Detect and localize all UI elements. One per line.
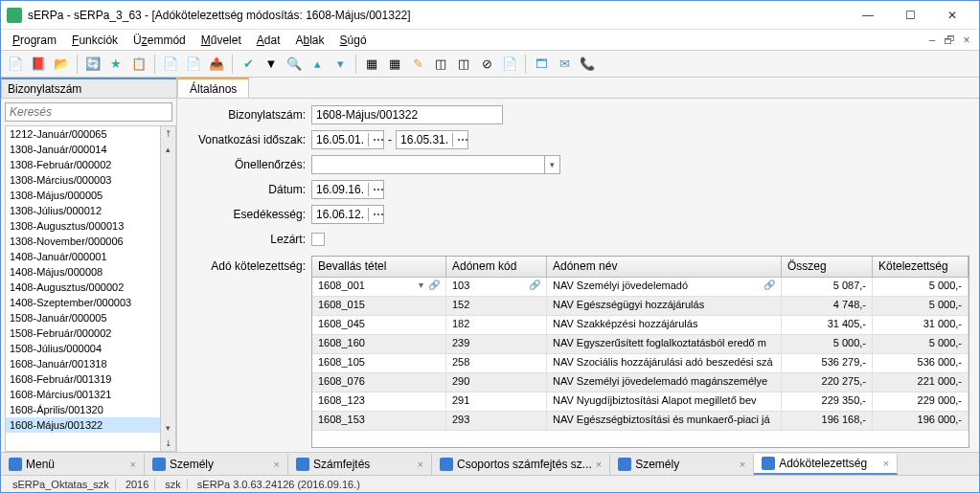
scroll-bottom-icon[interactable]: ⤓ [161, 436, 175, 451]
tb-mail-icon[interactable]: ✉ [554, 54, 575, 75]
field-date-from[interactable]: 16.05.01.⋯ [311, 130, 384, 149]
tb-export-icon[interactable]: 📤 [206, 54, 227, 75]
task-close-icon[interactable]: × [130, 459, 136, 470]
list-item[interactable]: 1308-November/000006 [6, 234, 160, 249]
gh-osszeg[interactable]: Összeg [782, 257, 873, 277]
menu-adat[interactable]: Adat [249, 32, 288, 49]
tb-filter-icon[interactable]: ▼ [261, 54, 282, 75]
date-to-picker-icon[interactable]: ⋯ [452, 133, 467, 146]
tb-doc2-icon[interactable]: 📄 [183, 54, 204, 75]
menu-muvelet[interactable]: Művelet [194, 32, 249, 49]
gh-adonemnev[interactable]: Adónem név [547, 257, 782, 277]
document-list[interactable]: 1212-Január/0000651308-Január/0000141308… [5, 125, 161, 452]
menu-uzemmod[interactable]: Üzemmód [125, 32, 194, 49]
tb-phone-icon[interactable]: 📞 [577, 54, 598, 75]
tb-check-icon[interactable]: ✔ [238, 54, 259, 75]
task-tab[interactable]: Adókötelezettség× [754, 454, 898, 475]
menu-ablak[interactable]: Ablak [287, 32, 331, 49]
attach-icon[interactable]: 🔗 [529, 280, 540, 290]
checkbox-lezart[interactable] [311, 233, 325, 246]
list-item[interactable]: 1308-Május/000005 [6, 188, 160, 203]
mdi-minimize-icon[interactable]: – [923, 34, 941, 47]
task-tab[interactable]: Személy× [610, 454, 754, 475]
task-tab[interactable]: Személy× [145, 454, 288, 475]
list-item[interactable]: 1608-Április/001320 [6, 402, 160, 417]
tb-edit-icon[interactable]: ✎ [407, 54, 428, 75]
tb-window-icon[interactable]: 🗔 [531, 54, 552, 75]
dropdown-icon[interactable]: ▾ [544, 156, 559, 173]
tb-search-icon[interactable]: 🔍 [284, 54, 305, 75]
date-from-picker-icon[interactable]: ⋯ [368, 133, 383, 146]
list-item[interactable]: 1308-Augusztus/000013 [6, 218, 160, 234]
list-item[interactable]: 1212-Január/000065 [6, 126, 160, 142]
table-row[interactable]: 1608_153293NAV Egészségbiztosítási és mu… [312, 412, 969, 431]
scroll-top-icon[interactable]: ⤒ [161, 126, 175, 142]
tb-copy-icon[interactable]: 📋 [128, 54, 149, 75]
tb-grid1-icon[interactable]: ▦ [361, 54, 382, 75]
task-close-icon[interactable]: × [596, 459, 602, 470]
esedek-picker-icon[interactable]: ⋯ [368, 208, 383, 221]
tb-grid2-icon[interactable]: ▦ [384, 54, 405, 75]
scroll-down-icon[interactable]: ▾ [161, 420, 175, 436]
tb-open-icon[interactable]: 📂 [51, 54, 72, 75]
list-scrollbar[interactable]: ⤒ ▴ ▾ ⤓ [161, 125, 176, 452]
scroll-up-icon[interactable]: ▴ [161, 142, 175, 157]
task-close-icon[interactable]: × [740, 459, 745, 470]
gh-kotelezettseg[interactable]: Kötelezettség [873, 257, 969, 277]
list-item[interactable]: 1508-Január/000005 [6, 310, 160, 325]
list-item[interactable]: 1608-Március/001321 [6, 387, 160, 402]
table-row[interactable]: 1608_076290NAV Személyi jövedelemadó mag… [312, 373, 969, 392]
tb-down-icon[interactable]: ▾ [330, 54, 351, 75]
tb-up-icon[interactable]: ▴ [307, 54, 328, 75]
list-item[interactable]: 1308-Február/000002 [6, 157, 160, 172]
menu-program[interactable]: Program [5, 32, 64, 49]
list-item[interactable]: 1608-Február/001319 [6, 371, 160, 387]
datum-picker-icon[interactable]: ⋯ [368, 183, 383, 196]
task-close-icon[interactable]: × [274, 459, 280, 470]
list-item[interactable]: 1308-Március/000003 [6, 172, 160, 188]
task-tab[interactable]: Számfejtés× [288, 454, 432, 475]
tb-save-icon[interactable]: 📕 [28, 54, 49, 75]
grid-body[interactable]: 1608_001🔗▾103🔗NAV Személyi jövedelemadó🔗… [312, 278, 969, 447]
tax-grid[interactable]: Bevallás tétel Adónem kód Adónem név Öss… [311, 256, 969, 448]
tb-circle-icon[interactable]: ⊘ [476, 54, 497, 75]
list-item[interactable]: 1308-Július/000012 [6, 203, 160, 218]
attach-icon[interactable]: 🔗 [428, 280, 440, 290]
list-item[interactable]: 1608-Május/001322 [6, 417, 160, 433]
table-row[interactable]: 1608_045182NAV Szakképzési hozzájárulás3… [312, 316, 969, 335]
table-row[interactable]: 1608_015152NAV Egészségügyi hozzájárulás… [312, 297, 969, 316]
list-item[interactable]: 1408-Szeptember/000003 [6, 295, 160, 310]
list-item[interactable]: 1508-Július/000004 [6, 341, 160, 356]
list-item[interactable]: 1408-Augusztus/000002 [6, 280, 160, 295]
close-button[interactable]: ✕ [931, 2, 973, 29]
tb-page-icon[interactable]: 📄 [499, 54, 520, 75]
tb-panel2-icon[interactable]: ◫ [453, 54, 474, 75]
table-row[interactable]: 1608_160239NAV Egyszerűsített foglalkozt… [312, 335, 969, 354]
tb-panel1-icon[interactable]: ◫ [430, 54, 451, 75]
minimize-button[interactable]: — [847, 2, 889, 29]
task-tab[interactable]: Menü× [1, 454, 145, 475]
maximize-button[interactable]: ☐ [889, 2, 931, 29]
task-close-icon[interactable]: × [883, 458, 889, 469]
task-tab[interactable]: Csoportos számfejtés sz...× [432, 454, 610, 475]
tb-doc1-icon[interactable]: 📄 [160, 54, 181, 75]
table-row[interactable]: 1608_105258NAV Szociális hozzájárulási a… [312, 354, 969, 373]
menu-funkciok[interactable]: Funkciók [64, 32, 125, 49]
field-esedekesseg[interactable]: 16.06.12.⋯ [311, 205, 384, 224]
list-item[interactable]: 1408-Május/000008 [6, 264, 160, 280]
task-close-icon[interactable]: × [418, 459, 423, 470]
table-row[interactable]: 1608_123291NAV Nyugdíjbiztosítási Alapot… [312, 392, 969, 412]
mdi-close-icon[interactable]: × [958, 34, 975, 47]
tb-favorite-icon[interactable]: ★ [105, 54, 126, 75]
dropdown-icon[interactable]: ▾ [415, 280, 426, 290]
menu-sugo[interactable]: Súgó [332, 32, 375, 49]
gh-adonemkod[interactable]: Adónem kód [446, 257, 547, 277]
field-onellenorzes[interactable]: ▾ [311, 155, 560, 174]
list-item[interactable]: 1608-Január/001318 [6, 356, 160, 371]
tab-general[interactable]: Általános [177, 78, 249, 98]
search-input[interactable] [5, 102, 172, 122]
gh-bevallas[interactable]: Bevallás tétel [312, 257, 446, 277]
list-item[interactable]: 1408-Január/000001 [6, 249, 160, 264]
field-datum[interactable]: 16.09.16.⋯ [311, 180, 384, 199]
list-item[interactable]: 1508-Február/000002 [6, 325, 160, 341]
